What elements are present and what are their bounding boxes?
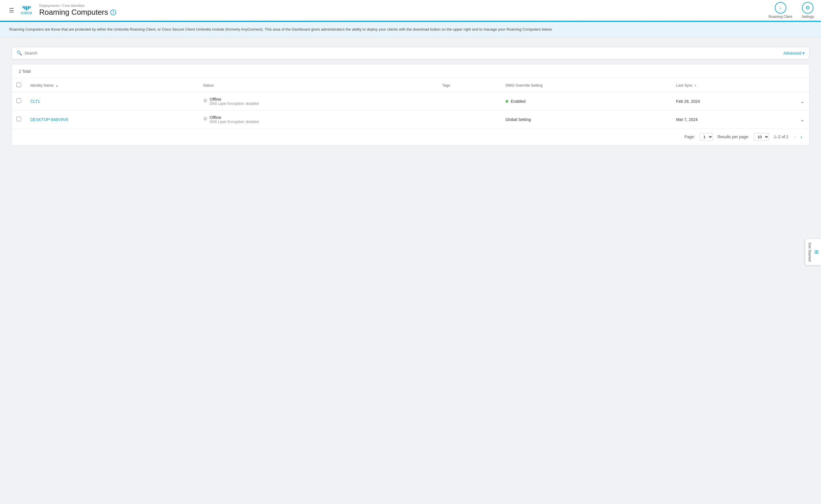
page-title-text: Roaming Computers — [39, 8, 108, 17]
table-row: DESKTOP-84BV9V6 ⊗ Offline DNS Layer Encr… — [12, 110, 809, 128]
last-sync-date-1: Mar 7, 2024 — [676, 117, 698, 122]
row-swg-1: Global Setting — [501, 110, 672, 128]
data-table: Identity Name ▲ Status Tags SWG Override… — [12, 79, 809, 128]
row-checkbox-1[interactable] — [16, 117, 21, 121]
row-identity-1: DESKTOP-84BV9V6 — [26, 110, 198, 128]
sort-arrow-sync: ▾ — [695, 84, 696, 87]
status-label-1: Offline — [210, 115, 259, 120]
page-label: Page: — [684, 135, 695, 139]
info-banner: Roaming Computers are those that are pro… — [0, 22, 821, 38]
swg-label-1: Global Setting — [505, 117, 531, 122]
settings-icon: ⚙ — [802, 2, 813, 14]
header-title-section: Deployments / Core Identities Roaming Co… — [39, 4, 116, 17]
col-header-status: Status — [198, 79, 438, 92]
breadcrumb: Deployments / Core Identities — [39, 4, 116, 8]
row-swg-0: Enabled — [501, 92, 672, 110]
advanced-label: Advanced — [783, 51, 801, 55]
row-status-1: ⊗ Offline DNS Layer Encryption: disabled — [198, 110, 438, 128]
identity-link-1[interactable]: DESKTOP-84BV9V6 — [30, 117, 68, 122]
table-row: CLT1 ⊗ Offline DNS Layer Encryption: dis… — [12, 92, 809, 110]
table-header-row: Identity Name ▲ Status Tags SWG Override… — [12, 79, 809, 92]
expand-row-button-1[interactable]: ⌄ — [800, 116, 805, 123]
col-header-tags: Tags — [438, 79, 501, 92]
next-page-button[interactable]: › — [799, 133, 803, 141]
header-actions: ↓ Roaming Client ⚙ Settings — [769, 2, 814, 19]
row-checkbox-cell-0 — [12, 92, 26, 110]
settings-label: Settings — [802, 15, 814, 19]
identity-link-0[interactable]: CLT1 — [30, 99, 40, 104]
table-container: 2 Total Identity Name ▲ Status Tags — [12, 64, 809, 145]
hamburger-icon: ☰ — [9, 7, 14, 14]
row-lastsync-0: Feb 26, 2024 ⌄ — [671, 92, 809, 110]
status-text-block-1: Offline DNS Layer Encryption: disabled — [210, 115, 259, 124]
per-page-select[interactable]: 10 25 50 — [754, 133, 769, 141]
pagination-row: Page: 1 Results per page: 10 25 50 1–2 o… — [12, 128, 809, 145]
col-header-swg-override: SWG Override Setting — [501, 79, 672, 92]
app-header: ☰ CISCO Deployments / Core Identities Ro… — [0, 0, 821, 21]
advanced-chevron-icon: ▾ — [803, 51, 805, 55]
info-icon-button[interactable]: i — [110, 10, 116, 15]
cisco-logo: CISCO — [21, 6, 32, 15]
roaming-client-button[interactable]: ↓ Roaming Client — [769, 2, 792, 19]
green-dot-0 — [505, 100, 508, 103]
main-content: 🔍 Advanced ▾ 2 Total Identity Name ▲ — [0, 38, 821, 155]
page-title: Roaming Computers i — [39, 8, 116, 17]
last-sync-cell-1: Mar 7, 2024 ⌄ — [676, 116, 805, 123]
status-text-block-0: Offline DNS Layer Encryption: disabled — [210, 97, 259, 106]
advanced-search-button[interactable]: Advanced ▾ — [783, 51, 805, 55]
offline-icon-0: ⊗ — [203, 97, 208, 104]
sort-arrow-identity: ▲ — [56, 84, 59, 87]
row-tags-1 — [438, 110, 501, 128]
pagination-nav: ‹ › — [793, 133, 803, 141]
last-sync-date-0: Feb 26, 2024 — [676, 99, 700, 104]
status-sub-1: DNS Layer Encryption: disabled — [210, 120, 259, 124]
offline-icon-1: ⊗ — [203, 115, 208, 122]
header-checkbox-cell — [12, 79, 26, 92]
last-sync-cell-0: Feb 26, 2024 ⌄ — [676, 98, 805, 104]
col-header-identity-name[interactable]: Identity Name ▲ — [26, 79, 198, 92]
status-sub-0: DNS Layer Encryption: disabled — [210, 102, 259, 106]
col-header-last-sync[interactable]: Last Sync ▾ — [671, 79, 809, 92]
swg-label-0: Enabled — [511, 99, 525, 104]
results-label: Results per page: — [718, 135, 749, 139]
row-tags-0 — [438, 92, 501, 110]
cisco-logo-bars — [23, 6, 31, 11]
page-select[interactable]: 1 — [700, 133, 713, 141]
table-body: CLT1 ⊗ Offline DNS Layer Encryption: dis… — [12, 92, 809, 128]
prev-page-button[interactable]: ‹ — [793, 133, 797, 141]
download-icon: ↓ — [775, 2, 786, 14]
row-status-0: ⊗ Offline DNS Layer Encryption: disabled — [198, 92, 438, 110]
swg-enabled-0: Enabled — [505, 99, 667, 104]
search-container: 🔍 Advanced ▾ — [12, 47, 809, 59]
range-label: 1–2 of 2 — [774, 135, 788, 139]
row-identity-0: CLT1 — [26, 92, 198, 110]
row-checkbox-cell-1 — [12, 110, 26, 128]
table-total: 2 Total — [12, 64, 809, 79]
search-input[interactable] — [25, 51, 783, 55]
select-all-checkbox[interactable] — [16, 83, 21, 87]
settings-button[interactable]: ⚙ Settings — [802, 2, 814, 19]
expand-row-button-0[interactable]: ⌄ — [800, 98, 805, 104]
info-banner-text: Roaming Computers are those that are pro… — [9, 27, 553, 31]
status-label-0: Offline — [210, 97, 259, 102]
roaming-client-label: Roaming Client — [769, 15, 792, 19]
hamburger-button[interactable]: ☰ — [7, 6, 16, 15]
cisco-logo-text: CISCO — [21, 11, 32, 15]
row-checkbox-0[interactable] — [16, 98, 21, 103]
search-icon: 🔍 — [16, 50, 22, 56]
row-lastsync-1: Mar 7, 2024 ⌄ — [671, 110, 809, 128]
